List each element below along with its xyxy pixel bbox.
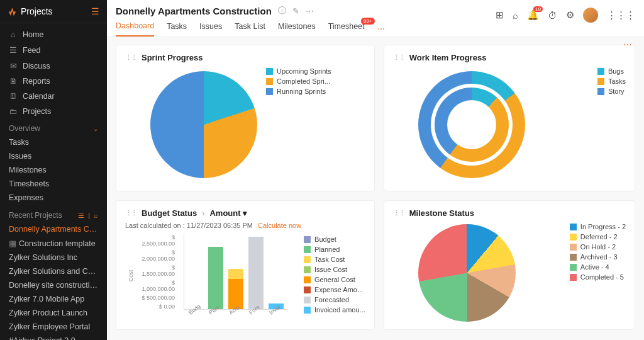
budget-bar-chart: BudgPlanActuForeInvoi bbox=[184, 234, 287, 317]
avatar[interactable] bbox=[583, 8, 598, 23]
legend-item: Running Sprints bbox=[266, 88, 331, 95]
legend-swatch bbox=[597, 68, 604, 75]
sidebar: Projects ☰ ⌂Home☰Feed✉Discuss🗎Reports🗓Ca… bbox=[0, 0, 107, 340]
edit-icon[interactable]: ✎ bbox=[292, 6, 299, 16]
legend-item: Active - 4 bbox=[570, 263, 626, 271]
card-budget-status: ⋮⋮Budget Status › Amount ▾ Last calculat… bbox=[116, 200, 375, 330]
legend-item: Task Cost bbox=[304, 256, 365, 263]
tab-issues[interactable]: Issues bbox=[199, 22, 222, 36]
recent-project-item[interactable]: ▦Construction template bbox=[0, 236, 107, 251]
legend-item: General Cost bbox=[304, 276, 365, 283]
recent-project-item[interactable]: Donnelly Apartments Cons bbox=[0, 222, 107, 236]
nav-icon: ⌂ bbox=[9, 30, 18, 39]
sidebar-item-timesheets[interactable]: Timesheets bbox=[0, 177, 107, 191]
legend-swatch bbox=[570, 274, 577, 281]
notifications-icon[interactable]: 🔔10 bbox=[527, 9, 539, 21]
tabs-more-icon[interactable]: ⋯ bbox=[377, 25, 385, 33]
work-item-legend: BugsTasksStory bbox=[597, 67, 626, 183]
search-icon[interactable]: ⌕ bbox=[513, 10, 518, 21]
sidebar-recent-label: Recent Projects bbox=[9, 211, 62, 220]
legend-swatch bbox=[597, 78, 604, 85]
tab-milestones[interactable]: Milestones bbox=[278, 22, 316, 36]
sidebar-item-discuss[interactable]: ✉Discuss bbox=[0, 58, 107, 74]
tab-tasks[interactable]: Tasks bbox=[167, 22, 187, 36]
drag-icon[interactable]: ⋮⋮ bbox=[125, 54, 136, 62]
recent-project-item[interactable]: #Airbus Project 2.0 bbox=[0, 334, 107, 340]
y-tick: $ 2,000,000.00 bbox=[142, 249, 175, 262]
sidebar-item-calendar[interactable]: 🗓Calendar bbox=[0, 89, 107, 104]
y-tick: $ 500,000.00 bbox=[142, 295, 175, 301]
filter-icon[interactable]: ☰ bbox=[78, 212, 84, 220]
recent-project-item[interactable]: Zylker 7.0 Mobile App bbox=[0, 292, 107, 306]
drag-icon[interactable]: ⋮⋮ bbox=[393, 54, 404, 62]
legend-swatch bbox=[570, 234, 577, 241]
main-area: Donnelly Apartments Construction ⓘ ✎ ⋯ D… bbox=[107, 0, 644, 340]
nav-icon: 🗀 bbox=[9, 107, 18, 116]
settings-icon[interactable]: ⚙ bbox=[566, 9, 574, 21]
legend-label: Budget bbox=[314, 235, 336, 243]
y-axis: $ 2,500,000.00$ 2,000,000.00$ 1,500,000.… bbox=[142, 234, 175, 310]
card-work-item-progress: ⋮⋮Work Item Progress BugsTasksStory bbox=[384, 45, 635, 191]
legend-swatch bbox=[570, 244, 577, 251]
tab-dashboard[interactable]: Dashboard bbox=[116, 21, 154, 37]
recent-project-item[interactable]: Zylker Solutions and Const bbox=[0, 264, 107, 278]
sidebar-item-reports[interactable]: 🗎Reports bbox=[0, 74, 107, 89]
sidebar-item-feed[interactable]: ☰Feed bbox=[0, 42, 107, 58]
dashboard-more-icon[interactable]: ⋯ bbox=[623, 40, 633, 50]
sidebar-recent-list: Donnelly Apartments Cons▦Construction te… bbox=[0, 222, 107, 340]
legend-item: Story bbox=[597, 88, 626, 95]
legend-label: On Hold - 2 bbox=[580, 243, 616, 251]
recent-project-item[interactable]: Zylker Employee Portal bbox=[0, 320, 107, 334]
legend-label: Completed - 5 bbox=[580, 273, 624, 281]
more-icon[interactable]: ⋯ bbox=[306, 6, 314, 16]
legend-label: Upcoming Sprints bbox=[277, 67, 331, 75]
tab-task-list[interactable]: Task List bbox=[235, 22, 265, 36]
legend-swatch bbox=[266, 68, 273, 75]
legend-swatch bbox=[570, 224, 577, 230]
legend-label: Active - 4 bbox=[580, 263, 609, 271]
sidebar-item-label: Reports bbox=[23, 77, 50, 86]
sidebar-item-expenses[interactable]: Expenses bbox=[0, 191, 107, 205]
info-icon[interactable]: ⓘ bbox=[278, 5, 286, 16]
card-title: Sprint Progress bbox=[142, 53, 203, 62]
recent-project-item[interactable]: Zylker Solutions Inc bbox=[0, 251, 107, 264]
sidebar-item-projects[interactable]: 🗀Projects bbox=[0, 104, 107, 119]
legend-item: Invoiced amou... bbox=[304, 306, 365, 314]
search-icon[interactable]: ⌕ bbox=[94, 212, 98, 220]
sidebar-overview-label: Overview bbox=[9, 124, 40, 133]
legend-item: Expense Amo... bbox=[304, 286, 365, 293]
y-tick: $ 1,000,000.00 bbox=[142, 280, 175, 292]
legend-item: Planned bbox=[304, 246, 365, 253]
recent-project-item[interactable]: Donelley site construction bbox=[0, 278, 107, 292]
legend-label: Deferred - 2 bbox=[580, 233, 618, 241]
tab-timesheet[interactable]: Timesheet99+ bbox=[328, 22, 365, 36]
chevron-right-icon: › bbox=[202, 208, 204, 218]
app-title: Projects bbox=[21, 6, 87, 16]
sidebar-item-milestones[interactable]: Milestones bbox=[0, 163, 107, 177]
legend-item: Deferred - 2 bbox=[570, 233, 626, 241]
legend-swatch bbox=[304, 307, 311, 314]
notification-count: 10 bbox=[533, 6, 543, 12]
sidebar-item-home[interactable]: ⌂Home bbox=[0, 27, 107, 42]
sidebar-collapse-icon[interactable]: ☰ bbox=[91, 6, 99, 16]
legend-label: Forecasted bbox=[314, 296, 349, 303]
sidebar-overview-group[interactable]: Overview ⌄ bbox=[0, 119, 107, 135]
add-icon[interactable]: ⊞ bbox=[496, 9, 504, 21]
card-milestone-status: ⋮⋮Milestone Status In Progress - 2Deferr… bbox=[384, 200, 635, 330]
recent-project-item[interactable]: Zylker Product Launch bbox=[0, 306, 107, 320]
legend-item: Tasks bbox=[597, 77, 626, 85]
project-title: Donnelly Apartments Construction bbox=[116, 6, 272, 16]
legend-item: On Hold - 2 bbox=[570, 243, 626, 251]
sidebar-item-issues[interactable]: Issues bbox=[0, 149, 107, 163]
apps-icon[interactable]: ⋮⋮⋮ bbox=[607, 9, 635, 21]
timer-icon[interactable]: ⏱ bbox=[548, 10, 557, 21]
drag-icon[interactable]: ⋮⋮ bbox=[393, 209, 404, 217]
budget-dropdown[interactable]: Amount ▾ bbox=[209, 208, 247, 218]
budget-subtitle: Last calculated on : 11/27/2023 06:35 PM bbox=[125, 222, 253, 229]
legend-item: Completed - 5 bbox=[570, 273, 626, 281]
calculate-now-link[interactable]: Calculate now bbox=[258, 222, 301, 229]
legend-label: Expense Amo... bbox=[314, 286, 363, 293]
sidebar-item-tasks[interactable]: Tasks bbox=[0, 135, 107, 149]
x-axis: BudgPlanActuForeInvoi bbox=[184, 311, 287, 317]
drag-icon[interactable]: ⋮⋮ bbox=[125, 209, 136, 217]
